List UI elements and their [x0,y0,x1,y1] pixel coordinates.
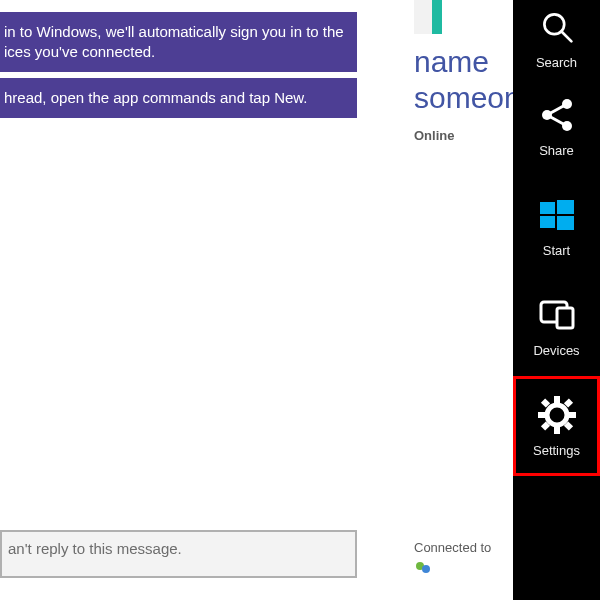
charm-label: Start [543,243,570,258]
app-window: in to Windows, we'll automatically sign … [0,0,600,600]
start-icon [537,195,577,235]
svg-rect-12 [557,216,574,230]
message-text: in to Windows, we'll automatically sign … [4,23,344,40]
svg-rect-18 [554,426,560,434]
charm-share[interactable]: Share [513,76,600,176]
input-placeholder: an't reply to this message. [8,540,182,557]
charm-label: Search [536,55,577,70]
svg-point-25 [552,410,562,420]
charm-devices[interactable]: Devices [513,276,600,376]
devices-icon [537,295,577,335]
status-badge: Online [414,128,454,143]
charm-label: Devices [533,343,579,358]
svg-rect-11 [540,216,555,228]
svg-line-3 [561,31,571,41]
settings-icon [537,395,577,435]
svg-line-7 [547,104,567,115]
charm-start[interactable]: Start [513,176,600,276]
svg-rect-19 [538,412,546,418]
search-icon [537,7,577,47]
svg-rect-10 [557,200,574,214]
svg-rect-17 [554,396,560,404]
connected-to-label: Connected to [414,540,491,555]
share-icon [537,95,577,135]
contact-name-line: name [414,45,489,78]
message-input[interactable]: an't reply to this message. [0,530,357,578]
svg-line-8 [547,115,567,126]
message-bubble: in to Windows, we'll automatically sign … [0,12,357,72]
charm-settings[interactable]: Settings [513,376,600,476]
svg-rect-20 [568,412,576,418]
message-text: hread, open the app commands and tap New… [4,89,308,106]
messenger-icon [414,560,432,576]
message-text: ices you've connected. [4,43,155,60]
contact-panel: name someone Online Connected to [414,0,513,600]
charm-label: Share [539,143,574,158]
message-bubble: hread, open the app commands and tap New… [0,78,357,118]
avatar [414,0,442,34]
charms-bar: Search Share [513,0,600,600]
charm-label: Settings [533,443,580,458]
charm-search[interactable]: Search [513,0,600,76]
svg-rect-14 [557,308,573,328]
svg-point-1 [422,565,430,573]
svg-rect-9 [540,202,555,214]
